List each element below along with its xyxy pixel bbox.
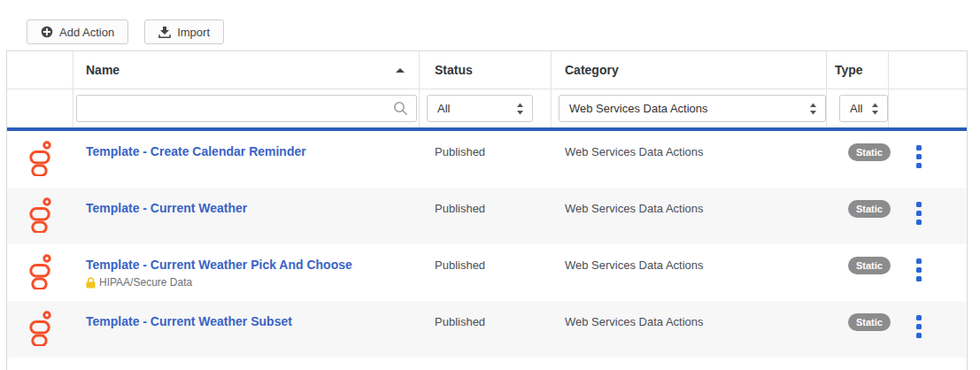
secure-data-text: HIPAA/Secure Data bbox=[99, 276, 192, 289]
row-category-cell: Web Services Data Actions bbox=[552, 131, 827, 188]
row-name-cell: Template - Create Calendar Reminder bbox=[73, 131, 420, 188]
action-name-link[interactable]: Template - Current Weather Subset bbox=[73, 314, 292, 328]
filter-icon-column bbox=[7, 89, 73, 127]
add-action-button[interactable]: Add Action bbox=[27, 19, 128, 44]
action-name-link[interactable]: Template - Current Weather Pick And Choo… bbox=[73, 258, 352, 272]
data-actions-page: Add Action Import Name Status Category T… bbox=[0, 0, 980, 370]
sort-ascending-icon bbox=[396, 68, 405, 73]
search-wrap bbox=[76, 95, 417, 122]
action-name-link[interactable]: Template - Create Calendar Reminder bbox=[73, 144, 306, 158]
data-action-icon bbox=[29, 141, 52, 176]
kebab-menu-icon[interactable] bbox=[914, 313, 967, 340]
row-category-cell: Web Services Data Actions bbox=[552, 244, 827, 301]
row-actions-cell bbox=[889, 244, 967, 301]
data-action-icon bbox=[29, 197, 52, 233]
row-name-cell: Template - Current Weather Pick And Choo… bbox=[73, 244, 420, 301]
row-category-cell: Web Services Data Actions bbox=[552, 301, 827, 358]
action-name-link[interactable]: Template - Current Weather bbox=[73, 201, 247, 215]
header-name[interactable]: Name bbox=[73, 51, 420, 89]
type-badge: Static bbox=[848, 313, 891, 331]
type-filter-select[interactable]: All bbox=[839, 95, 888, 122]
table-filter-row: All Web Services Data Actions All bbox=[7, 89, 967, 127]
filter-type-cell: All bbox=[827, 89, 889, 127]
import-button[interactable]: Import bbox=[144, 19, 224, 44]
row-actions-cell bbox=[889, 301, 967, 358]
header-name-label: Name bbox=[73, 51, 419, 89]
header-category-label: Category bbox=[552, 51, 826, 89]
row-type-cell: Static bbox=[827, 244, 889, 301]
type-badge: Static bbox=[848, 257, 891, 274]
header-status-label: Status bbox=[420, 51, 551, 89]
type-badge: Static bbox=[848, 143, 891, 161]
row-icon-cell bbox=[7, 131, 73, 188]
table-body: Template - Create Calendar Reminder Publ… bbox=[7, 131, 967, 358]
stepper-updown-icon bbox=[516, 103, 524, 115]
row-type-cell: Static bbox=[827, 301, 889, 358]
row-status-cell: Published bbox=[420, 244, 552, 301]
search-icon bbox=[393, 101, 408, 116]
status-filter-select[interactable]: All bbox=[427, 95, 533, 122]
header-actions-column bbox=[889, 51, 967, 89]
table-row: Template - Current Weather Published Web… bbox=[7, 188, 967, 244]
row-name-cell: Template - Current Weather Subset bbox=[73, 301, 420, 358]
category-filter-select[interactable]: Web Services Data Actions bbox=[559, 95, 826, 122]
plus-circle-icon bbox=[41, 26, 53, 38]
row-type-cell: Static bbox=[827, 131, 889, 188]
row-actions-cell bbox=[889, 131, 967, 188]
row-type-cell: Static bbox=[827, 188, 889, 244]
header-icon-column bbox=[7, 51, 73, 89]
row-status-cell: Published bbox=[420, 188, 552, 244]
status-filter-value: All bbox=[437, 102, 450, 115]
kebab-menu-icon[interactable] bbox=[914, 257, 967, 283]
toolbar: Add Action Import bbox=[27, 19, 224, 44]
stepper-updown-icon bbox=[809, 103, 817, 115]
header-status[interactable]: Status bbox=[420, 51, 552, 89]
stepper-updown-icon bbox=[871, 103, 879, 115]
data-action-icon bbox=[29, 311, 52, 346]
header-type[interactable]: Type bbox=[827, 51, 889, 89]
filter-category-cell: Web Services Data Actions bbox=[552, 89, 827, 127]
kebab-menu-icon[interactable] bbox=[914, 143, 967, 170]
kebab-menu-icon[interactable] bbox=[914, 200, 967, 227]
row-status-cell: Published bbox=[420, 301, 552, 358]
row-icon-cell bbox=[7, 301, 73, 358]
header-type-label: Type bbox=[827, 51, 888, 89]
actions-table: Name Status Category Type bbox=[6, 50, 968, 370]
table-row: Template - Current Weather Subset Publis… bbox=[7, 301, 967, 358]
table-row: Template - Current Weather Pick And Choo… bbox=[7, 244, 967, 301]
filter-status-cell: All bbox=[420, 89, 552, 127]
row-category-cell: Web Services Data Actions bbox=[552, 188, 827, 244]
filter-name-cell bbox=[73, 89, 420, 127]
lock-icon bbox=[86, 277, 96, 289]
import-label: Import bbox=[177, 26, 210, 39]
type-filter-value: All bbox=[850, 102, 862, 115]
type-badge: Static bbox=[848, 200, 891, 218]
row-icon-cell bbox=[7, 244, 73, 301]
secure-data-label: HIPAA/Secure Data bbox=[73, 276, 420, 289]
header-category[interactable]: Category bbox=[552, 51, 827, 89]
table-row: Template - Create Calendar Reminder Publ… bbox=[7, 131, 967, 188]
row-status-cell: Published bbox=[420, 131, 552, 188]
row-name-cell: Template - Current Weather bbox=[73, 188, 420, 244]
add-action-label: Add Action bbox=[59, 26, 114, 39]
row-icon-cell bbox=[7, 188, 73, 244]
table-header-row: Name Status Category Type bbox=[7, 51, 967, 89]
name-search-input[interactable] bbox=[76, 95, 417, 122]
row-actions-cell bbox=[889, 188, 967, 244]
data-action-icon bbox=[29, 254, 52, 289]
category-filter-value: Web Services Data Actions bbox=[569, 102, 708, 115]
filter-actions-column bbox=[889, 89, 967, 127]
import-download-icon bbox=[158, 27, 171, 38]
